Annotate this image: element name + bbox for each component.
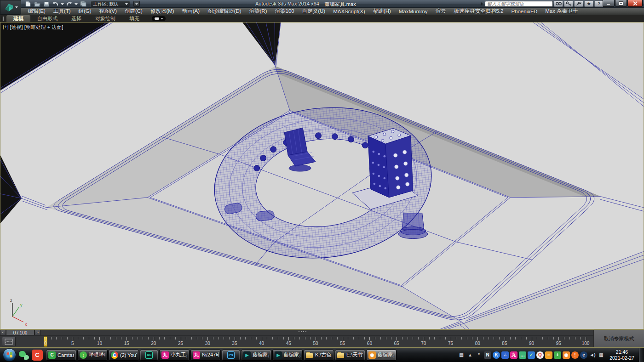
perspective-viewport[interactable]: [+] [透视] [明暗处理 + 边面] xyxy=(0,22,644,329)
close-button[interactable] xyxy=(627,0,643,7)
search-icon[interactable] xyxy=(554,0,563,7)
windows-taskbar: C CCamtasi...↕哔哩哔哩...(2) YouT...Au丸小丸工具.… xyxy=(0,348,644,362)
frame-counter[interactable]: 0 / 100 xyxy=(6,330,34,335)
menu-item-7[interactable]: 图形编辑器(D) xyxy=(204,8,245,15)
ruler-tick-58 xyxy=(359,337,359,339)
workspace-select[interactable]: 工作区: 默认 xyxy=(91,1,130,7)
redo-button[interactable] xyxy=(65,1,73,7)
tray-360-shield-icon[interactable]: ! xyxy=(571,351,579,359)
tray-netdisk-icon[interactable]: ∴ xyxy=(501,351,509,359)
ribbon-tab-3[interactable]: 对象绘制 xyxy=(88,15,122,22)
open-file-button[interactable] xyxy=(33,1,41,7)
viewport-menu-shading[interactable]: [明暗处理 + 边面] xyxy=(24,24,63,31)
ribbon-minimize-button[interactable] xyxy=(152,16,166,21)
tray-xiaowan-icon[interactable]: 丸 xyxy=(510,351,518,359)
menu-item-10[interactable]: 自定义(U) xyxy=(298,8,329,15)
menu-item-8[interactable]: 渲染(R) xyxy=(245,8,271,15)
start-button[interactable] xyxy=(3,348,16,362)
menu-item-0[interactable]: 编辑(E) xyxy=(24,8,49,15)
taskbar-button-6[interactable]: Ps xyxy=(222,350,240,361)
ruler-tick-9 xyxy=(94,337,95,339)
taskbar-button-4[interactable]: 丸小丸工具... xyxy=(159,350,190,361)
menu-item-6[interactable]: 动画(A) xyxy=(178,8,203,15)
ruler-tick-78 xyxy=(467,337,467,339)
favorites-star-icon[interactable]: ★ xyxy=(584,0,593,7)
menu-item-14[interactable]: 渲云 xyxy=(431,8,450,15)
next-frame-button[interactable]: > xyxy=(34,330,40,335)
taskbar-button-0[interactable]: CCamtasi... xyxy=(46,350,76,361)
prev-frame-button[interactable]: < xyxy=(0,330,6,335)
tray-snowflake-icon[interactable]: * xyxy=(475,351,483,359)
new-scene-button[interactable] xyxy=(24,1,32,7)
show-desktop-button[interactable] xyxy=(639,348,644,362)
infocenter-search-input[interactable] xyxy=(485,1,553,7)
undo-button[interactable] xyxy=(52,1,59,7)
menu-item-16[interactable]: PhoenixFD xyxy=(507,8,541,15)
menu-item-4[interactable]: 创建(C) xyxy=(121,8,146,15)
redo-dropdown-icon[interactable] xyxy=(75,3,78,5)
menu-item-5[interactable]: 修改器(M) xyxy=(146,8,178,15)
taskbar-button-9[interactable]: K:\古色... xyxy=(304,350,334,361)
minimize-button[interactable] xyxy=(603,0,615,7)
menu-item-11[interactable]: MAXScript(X) xyxy=(329,8,369,15)
taskbar-clock[interactable]: 21:46 2021-02-27 xyxy=(607,349,637,361)
save-file-button[interactable] xyxy=(42,1,50,7)
ruler-tick-60 xyxy=(369,337,370,340)
tray-music-bars-icon[interactable]: ≡ xyxy=(545,351,552,359)
toolbar-overflow-button[interactable] xyxy=(133,1,140,7)
tray-volume-icon[interactable]: ◄) xyxy=(589,351,596,359)
tray-e-app-icon[interactable]: e xyxy=(580,351,587,359)
restore-button[interactable] xyxy=(615,0,627,7)
menu-item-3[interactable]: 视图(V) xyxy=(95,8,121,15)
ribbon-tab-2[interactable]: 选择 xyxy=(64,15,88,22)
menu-item-12[interactable]: 帮助(H) xyxy=(369,8,395,15)
ruler-label-35: 35 xyxy=(228,341,242,346)
tray-keyboard-icon[interactable]: ▤ xyxy=(458,351,465,359)
ribbon-tab-0[interactable]: 建模 xyxy=(6,15,30,22)
communication-center-icon[interactable] xyxy=(574,0,583,7)
ruler-tick-2 xyxy=(56,337,57,339)
taskbar-button-10[interactable]: E:\天竹2... xyxy=(335,350,365,361)
taskbar-button-1[interactable]: ↕哔哩哔哩... xyxy=(77,350,108,361)
trackbar-grip[interactable] xyxy=(298,331,307,333)
app-logo-button[interactable] xyxy=(0,0,21,15)
viewport-canvas[interactable]: z y x xyxy=(0,23,644,329)
taskbar-button-8[interactable]: ▶藤编家具... xyxy=(272,350,303,361)
taskbar-button-2[interactable]: (2) YouT... xyxy=(109,350,139,361)
taskbar-button-5[interactable]: 丸№247电... xyxy=(190,350,221,361)
tray-pc-manager-icon[interactable]: ✓ xyxy=(528,351,535,359)
tray-kugou-icon[interactable]: K xyxy=(493,351,500,359)
menu-item-2[interactable]: 组(G) xyxy=(75,8,95,15)
menu-item-13[interactable]: MaxMummy xyxy=(395,8,431,15)
subscription-key-icon[interactable] xyxy=(564,0,573,7)
taskbar-button-11[interactable]: ◉藤编家具... xyxy=(366,350,397,361)
viewport-menu-view[interactable]: [透视] xyxy=(10,24,23,31)
tray-screenshot-icon[interactable]: ◉ xyxy=(563,351,570,359)
taskbar-button-7[interactable]: ▶藤编家具... xyxy=(241,350,271,361)
menu-item-9[interactable]: 渲染100 xyxy=(271,8,298,15)
ribbon-tab-1[interactable]: 自由形式 xyxy=(30,15,64,22)
tray-input-method-icon[interactable]: N xyxy=(484,351,491,359)
project-folder-button[interactable] xyxy=(79,1,87,7)
title-bar: 工作区: 默认 Autodesk 3ds Max 2014 x64 藤编家具.m… xyxy=(0,0,644,8)
pinned-wechat-icon[interactable] xyxy=(18,350,29,361)
tray-show-hidden-icon[interactable]: ▴ xyxy=(466,351,474,359)
mini-curve-editor-button[interactable] xyxy=(2,337,16,346)
ribbon-tab-4[interactable]: 填充 xyxy=(122,15,146,22)
infocenter-expand-icon[interactable] xyxy=(480,1,484,7)
tray-wechat-icon[interactable]: … xyxy=(519,351,526,359)
ribbon-drag-handle[interactable] xyxy=(2,17,4,21)
menu-item-15[interactable]: 极速瘦身安全归档5.2 xyxy=(450,8,507,15)
ruler-tick-47 xyxy=(299,337,300,339)
menu-item-17[interactable]: Max 杀毒卫士 xyxy=(541,8,582,15)
tray-green-app-icon[interactable]: + xyxy=(554,351,561,359)
taskbar-button-3[interactable]: Au xyxy=(140,350,158,361)
tray-qq-icon[interactable]: Q xyxy=(536,351,544,359)
undo-dropdown-icon[interactable] xyxy=(61,3,64,5)
cancel-expert-mode-button[interactable]: 取消专家模式 xyxy=(604,335,634,342)
tray-network-icon[interactable]: ▥ xyxy=(598,351,605,359)
pinned-camtasia-icon[interactable]: C xyxy=(32,350,43,361)
menu-item-1[interactable]: 工具(T) xyxy=(49,8,75,15)
viewport-menu-plus[interactable]: [+] xyxy=(3,24,9,31)
timeline-ruler[interactable]: 0510152025303540455055606570758085909510… xyxy=(0,336,593,347)
